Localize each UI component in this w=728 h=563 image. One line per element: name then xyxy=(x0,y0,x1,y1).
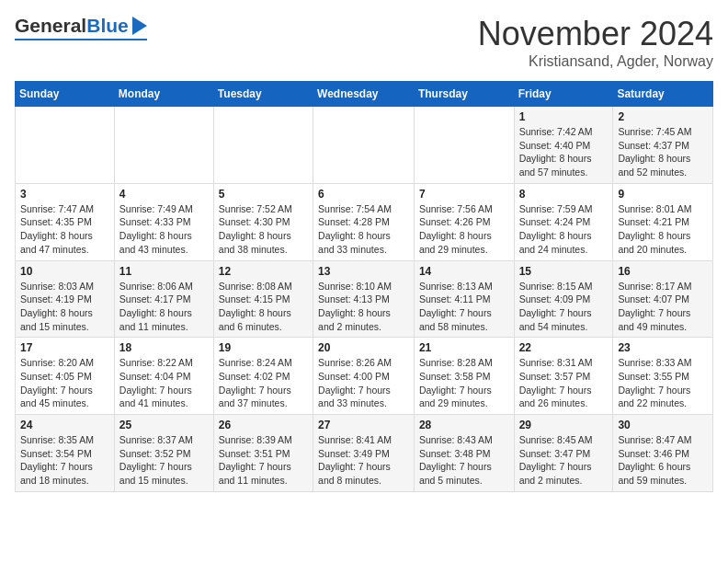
day-number: 30 xyxy=(618,419,708,431)
day-number: 21 xyxy=(419,341,509,354)
day-detail: Sunrise: 7:54 AM Sunset: 4:28 PM Dayligh… xyxy=(318,202,409,257)
day-cell: 7Sunrise: 7:56 AM Sunset: 4:26 PM Daylig… xyxy=(414,183,514,260)
day-detail: Sunrise: 8:33 AM Sunset: 3:55 PM Dayligh… xyxy=(618,356,708,410)
week-row-1: 3Sunrise: 7:47 AM Sunset: 4:35 PM Daylig… xyxy=(16,183,713,260)
day-number: 1 xyxy=(519,110,609,123)
day-detail: Sunrise: 8:13 AM Sunset: 4:11 PM Dayligh… xyxy=(419,280,509,334)
week-row-0: 1Sunrise: 7:42 AM Sunset: 4:40 PM Daylig… xyxy=(16,107,713,184)
day-cell: 1Sunrise: 7:42 AM Sunset: 4:40 PM Daylig… xyxy=(514,107,613,184)
day-detail: Sunrise: 8:45 AM Sunset: 3:47 PM Dayligh… xyxy=(519,433,609,488)
day-cell: 26Sunrise: 8:39 AM Sunset: 3:51 PM Dayli… xyxy=(213,415,313,492)
day-cell: 15Sunrise: 8:15 AM Sunset: 4:09 PM Dayli… xyxy=(514,260,613,338)
day-cell: 10Sunrise: 8:03 AM Sunset: 4:19 PM Dayli… xyxy=(16,260,115,338)
week-row-3: 17Sunrise: 8:20 AM Sunset: 4:05 PM Dayli… xyxy=(16,338,713,415)
header-tuesday: Tuesday xyxy=(213,82,313,107)
day-cell: 8Sunrise: 7:59 AM Sunset: 4:24 PM Daylig… xyxy=(514,183,613,260)
day-detail: Sunrise: 7:59 AM Sunset: 4:24 PM Dayligh… xyxy=(519,202,609,257)
title-area: November 2024 Kristiansand, Agder, Norwa… xyxy=(478,15,713,70)
day-cell xyxy=(114,107,213,184)
day-detail: Sunrise: 8:24 AM Sunset: 4:02 PM Dayligh… xyxy=(219,356,308,410)
day-cell: 9Sunrise: 8:01 AM Sunset: 4:21 PM Daylig… xyxy=(613,183,713,260)
calendar-table: SundayMondayTuesdayWednesdayThursdayFrid… xyxy=(15,81,713,492)
calendar-header-row: SundayMondayTuesdayWednesdayThursdayFrid… xyxy=(16,82,713,107)
day-number: 23 xyxy=(618,341,708,354)
day-cell: 18Sunrise: 8:22 AM Sunset: 4:04 PM Dayli… xyxy=(114,338,213,415)
day-number: 26 xyxy=(219,419,308,431)
day-detail: Sunrise: 7:52 AM Sunset: 4:30 PM Dayligh… xyxy=(219,202,308,257)
day-cell: 20Sunrise: 8:26 AM Sunset: 4:00 PM Dayli… xyxy=(313,338,415,415)
day-cell: 28Sunrise: 8:43 AM Sunset: 3:48 PM Dayli… xyxy=(414,415,514,492)
day-detail: Sunrise: 8:28 AM Sunset: 3:58 PM Dayligh… xyxy=(419,356,509,410)
day-cell: 25Sunrise: 8:37 AM Sunset: 3:52 PM Dayli… xyxy=(114,415,213,492)
day-number: 20 xyxy=(318,341,409,354)
day-cell: 6Sunrise: 7:54 AM Sunset: 4:28 PM Daylig… xyxy=(313,183,415,260)
day-number: 13 xyxy=(318,265,409,278)
day-detail: Sunrise: 8:47 AM Sunset: 3:46 PM Dayligh… xyxy=(618,433,708,488)
day-number: 29 xyxy=(519,419,609,431)
logo-general: General xyxy=(15,15,86,37)
day-detail: Sunrise: 8:31 AM Sunset: 3:57 PM Dayligh… xyxy=(519,356,609,410)
day-cell: 17Sunrise: 8:20 AM Sunset: 4:05 PM Dayli… xyxy=(16,338,115,415)
day-cell: 27Sunrise: 8:41 AM Sunset: 3:49 PM Dayli… xyxy=(313,415,415,492)
day-cell xyxy=(313,107,415,184)
day-number: 25 xyxy=(119,419,209,431)
header-wednesday: Wednesday xyxy=(313,82,415,107)
day-detail: Sunrise: 7:42 AM Sunset: 4:40 PM Dayligh… xyxy=(519,125,609,179)
day-number: 15 xyxy=(519,265,609,278)
day-detail: Sunrise: 8:08 AM Sunset: 4:15 PM Dayligh… xyxy=(219,280,308,334)
day-cell: 19Sunrise: 8:24 AM Sunset: 4:02 PM Dayli… xyxy=(213,338,313,415)
day-cell: 23Sunrise: 8:33 AM Sunset: 3:55 PM Dayli… xyxy=(613,338,713,415)
day-detail: Sunrise: 8:35 AM Sunset: 3:54 PM Dayligh… xyxy=(20,433,109,488)
day-number: 19 xyxy=(219,341,308,354)
day-detail: Sunrise: 8:10 AM Sunset: 4:13 PM Dayligh… xyxy=(318,280,409,334)
header-monday: Monday xyxy=(114,82,213,107)
day-number: 8 xyxy=(519,188,609,201)
header-thursday: Thursday xyxy=(414,82,514,107)
day-cell xyxy=(414,107,514,184)
day-cell: 16Sunrise: 8:17 AM Sunset: 4:07 PM Dayli… xyxy=(613,260,713,338)
day-number: 5 xyxy=(219,188,308,201)
header: General Blue November 2024 Kristiansand,… xyxy=(15,15,713,70)
day-cell: 29Sunrise: 8:45 AM Sunset: 3:47 PM Dayli… xyxy=(514,415,613,492)
day-number: 4 xyxy=(119,188,209,201)
day-detail: Sunrise: 8:41 AM Sunset: 3:49 PM Dayligh… xyxy=(318,433,409,488)
day-cell: 21Sunrise: 8:28 AM Sunset: 3:58 PM Dayli… xyxy=(414,338,514,415)
day-detail: Sunrise: 8:17 AM Sunset: 4:07 PM Dayligh… xyxy=(618,280,708,334)
logo-blue: Blue xyxy=(86,15,129,37)
day-number: 12 xyxy=(219,265,308,278)
day-cell: 3Sunrise: 7:47 AM Sunset: 4:35 PM Daylig… xyxy=(16,183,115,260)
day-cell: 24Sunrise: 8:35 AM Sunset: 3:54 PM Dayli… xyxy=(16,415,115,492)
header-saturday: Saturday xyxy=(613,82,713,107)
day-detail: Sunrise: 7:49 AM Sunset: 4:33 PM Dayligh… xyxy=(119,202,209,257)
day-number: 9 xyxy=(618,188,708,201)
day-detail: Sunrise: 8:01 AM Sunset: 4:21 PM Dayligh… xyxy=(618,202,708,257)
sub-title: Kristiansand, Agder, Norway xyxy=(478,53,713,70)
week-row-4: 24Sunrise: 8:35 AM Sunset: 3:54 PM Dayli… xyxy=(16,415,713,492)
logo-underline xyxy=(15,39,147,40)
day-detail: Sunrise: 8:26 AM Sunset: 4:00 PM Dayligh… xyxy=(318,356,409,410)
day-number: 3 xyxy=(20,188,109,201)
day-detail: Sunrise: 7:47 AM Sunset: 4:35 PM Dayligh… xyxy=(20,202,109,257)
day-number: 24 xyxy=(20,419,109,431)
day-number: 16 xyxy=(618,265,708,278)
day-cell: 4Sunrise: 7:49 AM Sunset: 4:33 PM Daylig… xyxy=(114,183,213,260)
week-row-2: 10Sunrise: 8:03 AM Sunset: 4:19 PM Dayli… xyxy=(16,260,713,338)
day-detail: Sunrise: 8:20 AM Sunset: 4:05 PM Dayligh… xyxy=(20,356,109,410)
day-number: 6 xyxy=(318,188,409,201)
day-number: 17 xyxy=(20,341,109,354)
logo: General Blue xyxy=(15,15,147,40)
day-number: 22 xyxy=(519,341,609,354)
day-cell: 22Sunrise: 8:31 AM Sunset: 3:57 PM Dayli… xyxy=(514,338,613,415)
day-cell: 30Sunrise: 8:47 AM Sunset: 3:46 PM Dayli… xyxy=(613,415,713,492)
day-number: 7 xyxy=(419,188,509,201)
day-number: 28 xyxy=(419,419,509,431)
day-detail: Sunrise: 8:37 AM Sunset: 3:52 PM Dayligh… xyxy=(119,433,209,488)
day-detail: Sunrise: 7:56 AM Sunset: 4:26 PM Dayligh… xyxy=(419,202,509,257)
day-number: 18 xyxy=(119,341,209,354)
day-detail: Sunrise: 8:06 AM Sunset: 4:17 PM Dayligh… xyxy=(119,280,209,334)
day-cell: 14Sunrise: 8:13 AM Sunset: 4:11 PM Dayli… xyxy=(414,260,514,338)
day-cell: 11Sunrise: 8:06 AM Sunset: 4:17 PM Dayli… xyxy=(114,260,213,338)
day-cell: 2Sunrise: 7:45 AM Sunset: 4:37 PM Daylig… xyxy=(613,107,713,184)
day-number: 14 xyxy=(419,265,509,278)
day-cell: 13Sunrise: 8:10 AM Sunset: 4:13 PM Dayli… xyxy=(313,260,415,338)
